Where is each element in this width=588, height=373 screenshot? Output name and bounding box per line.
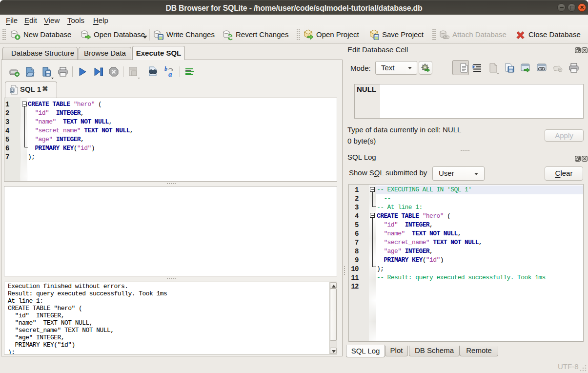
svg-text:b: b	[164, 65, 167, 72]
svg-text:a: a	[168, 70, 172, 78]
